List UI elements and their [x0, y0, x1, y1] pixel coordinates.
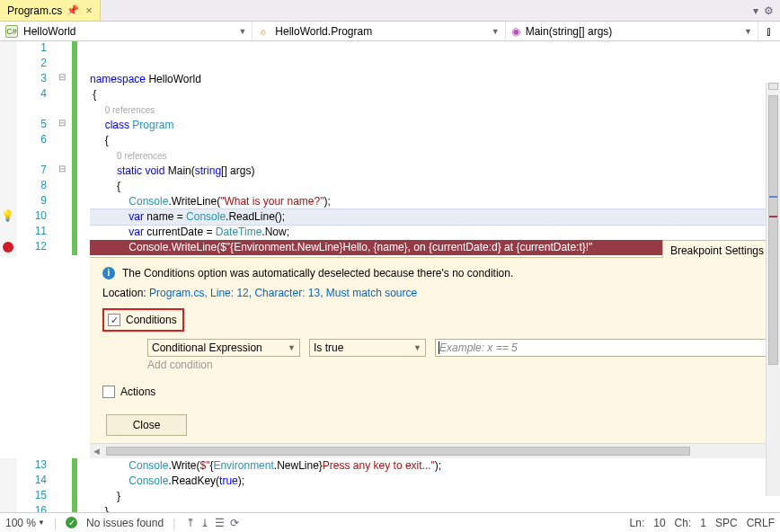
line-number: 8: [16, 179, 47, 194]
ch-label: Ch:: [675, 517, 692, 529]
conditions-label: Conditions: [126, 314, 177, 326]
condition-op-dropdown[interactable]: Is true ▼: [309, 339, 426, 357]
window-dropdown-icon[interactable]: ▾: [750, 4, 761, 17]
code-line[interactable]: namespace HelloWorld: [90, 72, 780, 87]
document-tab-bar: Program.cs 📌 × ▾ ⚙: [0, 0, 780, 22]
code-line[interactable]: {: [90, 179, 780, 194]
conditions-checkbox[interactable]: ✓: [108, 314, 120, 326]
zoom-dropdown[interactable]: 100 % ▼: [5, 517, 45, 529]
zoom-value: 100 %: [5, 517, 36, 529]
chevron-down-icon: ▼: [288, 343, 296, 352]
nav-method-dropdown[interactable]: ◉ Main(string[] args) ▼: [506, 22, 758, 40]
line-number: 1: [16, 41, 47, 57]
line-number: 11: [16, 225, 47, 240]
breakpoint-settings-panel: Breakpoint Settings × i The Conditions o…: [90, 257, 780, 458]
location-label: Location:: [102, 287, 146, 299]
bpset-title: Breakpoint Settings: [670, 244, 764, 257]
line-number: 12: [16, 240, 47, 255]
scroll-left-icon[interactable]: ◀: [93, 447, 100, 456]
add-condition-link[interactable]: Add condition: [147, 359, 767, 371]
fold-toggle[interactable]: ⊟: [54, 72, 70, 87]
conditions-highlight: ✓ Conditions: [102, 308, 184, 332]
lightbulb-icon[interactable]: 💡: [0, 209, 15, 225]
ln-label: Ln:: [630, 517, 645, 529]
line-number: 7: [16, 164, 47, 179]
code-line[interactable]: var name = Console.ReadLine();: [90, 209, 780, 225]
line-number: 15: [16, 489, 47, 504]
close-icon[interactable]: ×: [84, 4, 93, 17]
breakpoint-dot[interactable]: [3, 242, 13, 253]
line-number: 9: [16, 194, 47, 209]
vertical-scrollbar[interactable]: [766, 83, 780, 496]
code-editor-lower[interactable]: 1314151617 Console.Write($"{Environment.…: [0, 458, 780, 512]
info-icon: i: [102, 267, 115, 279]
line-number: 10: [16, 209, 47, 225]
tab-filename: Program.cs: [7, 4, 62, 17]
fold-toggle[interactable]: ⊟: [54, 164, 70, 179]
code-line[interactable]: Console.Write($"{Environment.NewLine}Pre…: [90, 458, 780, 474]
ch-value: 1: [700, 517, 706, 529]
code-line[interactable]: Console.WriteLine("What is your name?");: [90, 194, 780, 209]
pin-icon[interactable]: 📌: [66, 4, 79, 16]
line-number: 4: [16, 87, 47, 102]
code-line[interactable]: {: [90, 87, 780, 102]
code-line[interactable]: Console.ReadKey(true);: [90, 474, 780, 489]
code-line[interactable]: }: [90, 504, 780, 512]
code-line[interactable]: var currentDate = DateTime.Now;: [90, 225, 780, 240]
indent-mode[interactable]: SPC: [715, 517, 738, 529]
location-link[interactable]: Program.cs, Line: 12, Character: 13, Mus…: [149, 287, 417, 299]
horizontal-scrollbar[interactable]: ◀ ▶: [90, 443, 780, 458]
code-line[interactable]: [90, 57, 780, 72]
condition-type-dropdown[interactable]: Conditional Expression ▼: [147, 339, 300, 357]
caret-marker: [769, 196, 777, 198]
chevron-down-icon: ▼: [413, 343, 421, 352]
code-editor[interactable]: 💡123456789101112⊟⊟⊟namespace HelloWorld …: [0, 41, 780, 257]
line-number: 16: [16, 504, 47, 512]
condition-type-value: Conditional Expression: [152, 341, 262, 354]
nav-next-icon[interactable]: ⤓: [199, 517, 211, 529]
line-number: 6: [16, 133, 47, 148]
actions-checkbox[interactable]: [102, 386, 115, 398]
scrollbar-thumb[interactable]: [768, 95, 778, 365]
line-number: [16, 102, 47, 118]
line-ending-mode[interactable]: CRLF: [747, 517, 775, 529]
chevron-down-icon: ▼: [38, 519, 45, 527]
code-line[interactable]: 0 references: [90, 148, 780, 164]
split-handle[interactable]: [768, 83, 778, 90]
issues-label[interactable]: No issues found: [86, 517, 164, 529]
nav-namespace-dropdown[interactable]: C# HelloWorld ▼: [0, 22, 253, 40]
fold-toggle[interactable]: ⊟: [54, 118, 70, 133]
nav-prev-icon[interactable]: ⤒: [184, 517, 197, 529]
condition-expression-input[interactable]: Example: x == 5: [435, 339, 767, 357]
refresh-icon[interactable]: ⟳: [228, 517, 241, 529]
code-line[interactable]: class Program: [90, 118, 780, 133]
condition-placeholder: Example: x == 5: [439, 341, 518, 354]
code-line[interactable]: }: [90, 489, 780, 504]
line-number: 2: [16, 57, 47, 72]
code-line[interactable]: {: [90, 133, 780, 148]
document-tab-program[interactable]: Program.cs 📌 ×: [0, 0, 101, 21]
code-line[interactable]: [90, 41, 780, 57]
close-button-label: Close: [133, 419, 161, 431]
scrollbar-thumb[interactable]: [106, 447, 690, 456]
nav-list-icon[interactable]: ☰: [213, 517, 226, 529]
breakpoint-marker: [769, 216, 777, 217]
code-line[interactable]: 0 references: [90, 102, 780, 118]
split-editor-button[interactable]: ⫿: [758, 22, 780, 40]
close-button[interactable]: Close: [106, 414, 187, 436]
breakpoint-settings-header: Breakpoint Settings ×: [662, 240, 780, 258]
ok-icon: ✓: [66, 517, 77, 528]
chevron-down-icon: ▼: [238, 27, 246, 36]
nav-method-label: Main(string[] args): [526, 25, 613, 38]
ln-value: 10: [653, 517, 665, 529]
line-number: [16, 148, 47, 164]
chevron-down-icon: ▼: [744, 27, 752, 36]
split-icon: ⫿: [767, 25, 772, 38]
tab-overflow-controls: ▾ ⚙: [747, 0, 780, 21]
nav-class-dropdown[interactable]: 🝔 HelloWorld.Program ▼: [253, 22, 505, 40]
actions-label: Actions: [120, 386, 155, 398]
error-nav-icons: ⤒ ⤓ ☰ ⟳: [184, 517, 241, 529]
gear-icon[interactable]: ⚙: [761, 4, 776, 17]
condition-op-value: Is true: [314, 341, 343, 354]
code-line[interactable]: static void Main(string[] args): [90, 164, 780, 179]
